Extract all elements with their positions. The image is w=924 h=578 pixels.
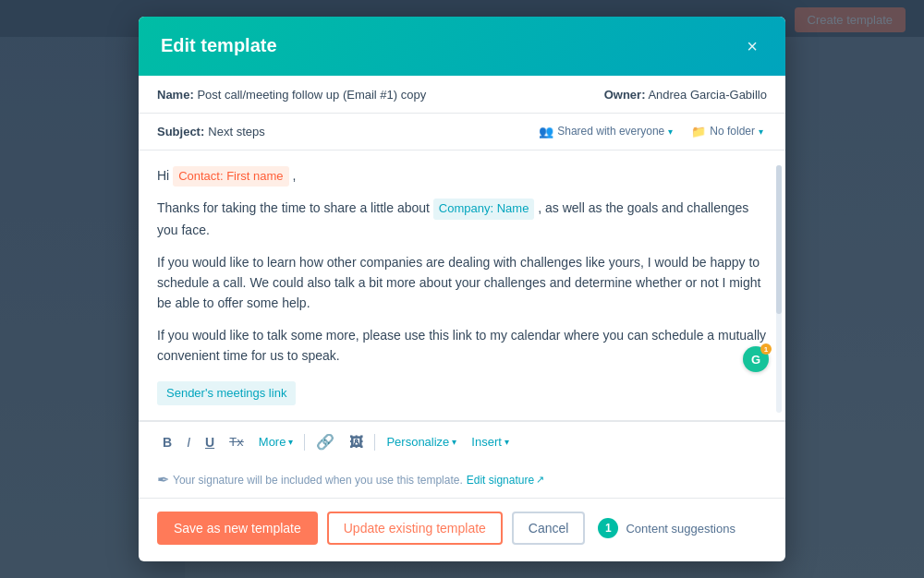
image-icon: 🖼 [349, 434, 363, 450]
toolbar-divider-2 [374, 434, 375, 451]
chevron-down-icon: ▾ [452, 437, 456, 447]
image-button[interactable]: 🖼 [344, 430, 369, 453]
editor-scrollbar[interactable] [776, 165, 782, 414]
grammarly-badge: 1 [760, 343, 772, 355]
paragraph-2: If you would like to learn how other com… [157, 252, 767, 314]
personalize-dropdown-button[interactable]: Personalize ▾ [381, 431, 462, 452]
link-icon: 🔗 [316, 433, 334, 451]
owner-label: Owner: Andrea Garcia-Gabillo [604, 88, 767, 102]
more-dropdown-button[interactable]: More ▾ [253, 431, 299, 452]
bold-button[interactable]: B [157, 431, 177, 453]
editor-content: Hi Contact: First name , Thanks for taki… [157, 165, 767, 414]
link-button[interactable]: 🔗 [310, 429, 340, 454]
insert-dropdown-button[interactable]: Insert ▾ [466, 431, 515, 452]
editor-area[interactable]: Hi Contact: First name , Thanks for taki… [139, 151, 785, 422]
subject-row: Subject: Next steps 👥 Shared with everyo… [139, 114, 785, 151]
name-label: Name: Post call/meeting follow up (Email… [157, 88, 426, 102]
underline-button[interactable]: U [200, 431, 220, 453]
italic-button[interactable]: I [181, 431, 196, 453]
chevron-down-icon: ▾ [668, 126, 673, 137]
meta-row: Name: Post call/meeting follow up (Email… [139, 76, 785, 114]
subject-value: Next steps [208, 125, 264, 138]
modal-title: Edit template [161, 35, 277, 56]
subject-label: Subject: [157, 125, 204, 138]
toolbar-divider-1 [304, 434, 305, 451]
suggestion-count-badge: 1 [598, 518, 618, 538]
edit-template-modal: Edit template × Name: Post call/meeting … [139, 17, 785, 562]
owner-field: Owner: Andrea Garcia-Gabillo [604, 87, 767, 102]
chevron-down-icon: ▾ [759, 126, 763, 137]
suggestion-label: Content suggestions [626, 522, 736, 536]
modal-backdrop: Edit template × Name: Post call/meeting … [0, 0, 924, 578]
folder-button[interactable]: 📁 No folder ▾ [687, 123, 767, 140]
greeting-line: Hi Contact: First name , [157, 165, 767, 187]
subject-right: 👥 Shared with everyone ▾ 📁 No folder ▾ [535, 123, 767, 140]
company-name-token[interactable]: Company: Name [433, 199, 535, 220]
contact-first-name-token[interactable]: Contact: First name [173, 166, 288, 187]
signature-row: ✒ Your signature will be included when y… [139, 462, 785, 498]
editor-scrollbar-thumb [776, 165, 782, 314]
modal-body: Name: Post call/meeting follow up (Email… [139, 76, 785, 562]
update-existing-template-button[interactable]: Update existing template [327, 512, 503, 545]
chevron-down-icon: ▾ [505, 437, 509, 447]
strikethrough-button[interactable]: Tx [224, 431, 249, 452]
paragraph-3: If you would like to talk some more, ple… [157, 325, 767, 367]
chevron-down-icon: ▾ [288, 437, 293, 447]
external-link-icon: ↗ [536, 474, 544, 486]
folder-icon: 📁 [691, 125, 706, 138]
modal-header: Edit template × [139, 17, 785, 76]
modal-footer: Save as new template Update existing tem… [139, 498, 785, 561]
save-as-new-template-button[interactable]: Save as new template [157, 512, 318, 545]
name-field: Name: Post call/meeting follow up (Email… [157, 87, 426, 102]
meetings-link-token[interactable]: Sender's meetings link [157, 378, 767, 414]
editor-toolbar: B I U Tx More ▾ 🔗 🖼 Personalize [139, 421, 785, 462]
cancel-button[interactable]: Cancel [512, 512, 586, 545]
subject-left: Subject: Next steps [157, 125, 265, 138]
content-suggestions: 1 Content suggestions [598, 518, 736, 538]
people-icon: 👥 [539, 125, 553, 138]
shared-with-button[interactable]: 👥 Shared with everyone ▾ [535, 123, 676, 140]
edit-signature-link[interactable]: Edit signature ↗ [467, 474, 544, 487]
paragraph-1: Thanks for taking the time to share a li… [157, 198, 767, 240]
signature-icon: ✒ [157, 471, 169, 488]
modal-close-button[interactable]: × [741, 35, 763, 57]
